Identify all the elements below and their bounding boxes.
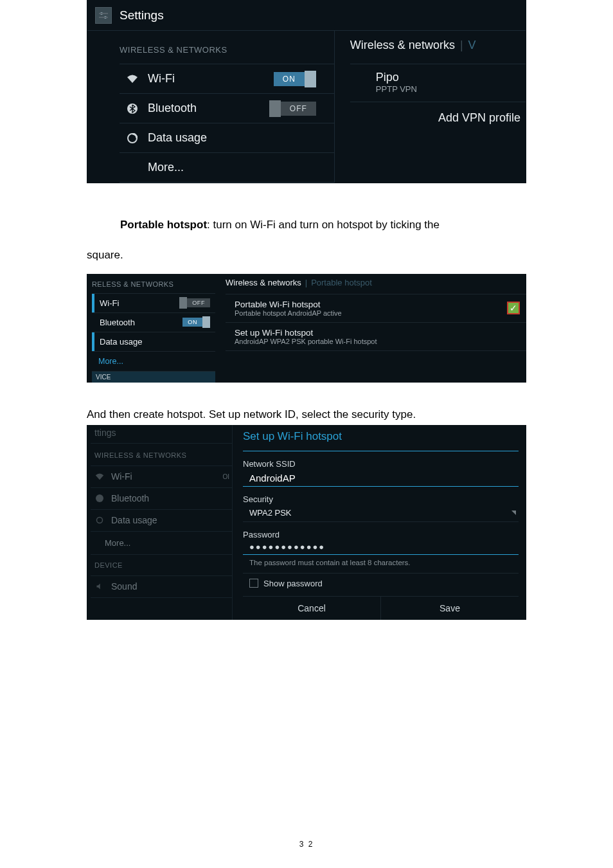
right-panel: Wireless & networks | V Pipo PPTP VPN Ad… — [334, 31, 526, 183]
security-select[interactable]: WPA2 PSK — [243, 504, 519, 522]
settings-shot-3: ttings WIRELESS & NETWORKS Wi-Fi OI Blue… — [87, 425, 526, 620]
shot3-wifi-toggle-cut: OI — [222, 473, 232, 480]
shot2-item2-title: Set up Wi-Fi hotspot — [235, 328, 520, 338]
vpn-type: PPTP VPN — [376, 84, 526, 94]
more-label: More... — [148, 161, 316, 174]
para1-rest: : turn on Wi-Fi and turn on hotspot by t… — [207, 219, 440, 231]
svg-point-6 — [96, 494, 103, 502]
shot2-section-header: RELESS & NETWORKS — [92, 276, 215, 294]
shot2-item-setup-hotspot[interactable]: Set up Wi-Fi hotspot AndroidAP WPA2 PSK … — [226, 322, 526, 350]
shot3-device-header: DEVICE — [91, 555, 232, 576]
password-label: Password — [243, 530, 519, 539]
save-button[interactable]: Save — [381, 597, 519, 620]
shot3-row-bluetooth[interactable]: Bluetooth — [91, 488, 232, 510]
vpn-name: Pipo — [376, 71, 526, 84]
paragraph-1: Portable hotspot: turn on Wi-Fi and turn… — [87, 213, 526, 237]
spacer-icon — [126, 161, 139, 174]
shot3-left-panel: ttings WIRELESS & NETWORKS Wi-Fi OI Blue… — [87, 425, 232, 620]
shot2-left-panel: RELESS & NETWORKS Wi-Fi OFF Bluetooth ON… — [87, 274, 215, 383]
titlebar: Settings — [87, 1, 526, 31]
shot3-more[interactable]: More... — [91, 532, 232, 555]
shot2-bluetooth-label: Bluetooth — [94, 318, 182, 327]
settings-shot-2: RELESS & NETWORKS Wi-Fi OFF Bluetooth ON… — [87, 274, 526, 383]
shot3-title-cut: ttings — [91, 426, 232, 444]
shot3-row-datausage[interactable]: Data usage — [91, 510, 232, 532]
shot3-dialog: Set up Wi-Fi hotspot Network SSID Androi… — [232, 425, 526, 620]
shot3-row-wifi[interactable]: Wi-Fi OI — [91, 466, 232, 488]
breadcrumb: Wireless & networks | V — [350, 39, 526, 64]
shot2-item2-sub: AndroidAP WPA2 PSK portable Wi-Fi hotspo… — [235, 338, 520, 345]
dropdown-icon — [511, 511, 516, 515]
shot2-item-portable-hotspot[interactable]: Portable Wi-Fi hotspot Portable hotspot … — [226, 294, 526, 322]
svg-point-7 — [97, 518, 103, 523]
shot2-crumb-a: Wireless & networks — [226, 278, 301, 287]
shot2-breadcrumb: Wireless & networks | Portable hotspot — [226, 278, 526, 294]
shot3-section-header: WIRELESS & NETWORKS — [91, 444, 232, 466]
shot2-row-wifi[interactable]: Wi-Fi OFF — [92, 294, 215, 313]
shot2-spacer — [226, 350, 526, 367]
dialog-title: Set up Wi-Fi hotspot — [243, 428, 519, 451]
settings-app-icon — [95, 7, 112, 24]
wifi-label: Wi-Fi — [148, 72, 274, 86]
security-value: WPA2 PSK — [249, 508, 292, 518]
shot3-wifi-label: Wi-Fi — [111, 471, 132, 482]
hotspot-checkbox-checked[interactable]: ✓ — [507, 302, 520, 314]
bluetooth-toggle[interactable]: OFF — [269, 100, 316, 117]
bluetooth-icon — [126, 102, 139, 115]
password-input[interactable]: ●●●●●●●●●●●● — [243, 539, 519, 555]
shot2-wifi-label: Wi-Fi — [94, 298, 179, 308]
show-password-checkbox[interactable] — [249, 579, 258, 588]
row-wifi[interactable]: Wi-Fi ON — [120, 64, 334, 94]
paragraph-1b: square. — [87, 243, 526, 267]
left-panel: WIRELESS & NETWORKS Wi-Fi ON Bluetooth O… — [87, 31, 334, 183]
shot2-bluetooth-toggle[interactable]: ON — [182, 316, 210, 328]
password-hint: The password must contain at least 8 cha… — [243, 555, 519, 574]
shot2-right-panel: Wireless & networks | Portable hotspot P… — [215, 274, 526, 383]
page-number: 3 2 — [0, 840, 613, 849]
datausage-icon — [94, 515, 105, 525]
breadcrumb-separator: | — [460, 39, 463, 52]
para1-bold: Portable hotspot — [120, 219, 207, 231]
vpn-item[interactable]: Pipo PPTP VPN — [350, 64, 526, 102]
wifi-toggle[interactable]: ON — [274, 71, 316, 87]
cancel-button[interactable]: Cancel — [243, 597, 381, 620]
shot3-row-sound[interactable]: Sound — [91, 576, 232, 598]
shot2-wifi-toggle[interactable]: OFF — [179, 297, 210, 309]
row-datausage[interactable]: Data usage — [120, 123, 334, 153]
app-title: Settings — [120, 8, 164, 23]
section-header-wireless: WIRELESS & NETWORKS — [120, 39, 334, 64]
datausage-icon — [126, 132, 139, 145]
shot2-row-datausage[interactable]: Data usage — [92, 332, 215, 352]
shot2-crumb-b: Portable hotspot — [311, 278, 372, 287]
security-label: Security — [243, 494, 519, 504]
datausage-label: Data usage — [148, 131, 316, 145]
svg-rect-2 — [99, 13, 108, 14]
shot2-item1-title: Portable Wi-Fi hotspot — [235, 300, 520, 309]
shot3-bluetooth-label: Bluetooth — [111, 493, 149, 503]
bluetooth-label: Bluetooth — [148, 102, 269, 115]
sound-icon — [94, 581, 105, 592]
row-bluetooth[interactable]: Bluetooth OFF — [120, 94, 334, 123]
bluetooth-icon — [94, 493, 105, 503]
shot3-datausage-label: Data usage — [111, 515, 157, 525]
shot2-datausage-label: Data usage — [94, 337, 210, 347]
svg-rect-3 — [99, 17, 108, 18]
wifi-icon — [126, 73, 139, 86]
shot2-device-header-cut: VICE — [92, 372, 215, 383]
shot2-more[interactable]: More... — [92, 352, 215, 372]
wifi-icon — [94, 471, 105, 482]
show-password-row[interactable]: Show password — [243, 574, 519, 597]
row-more[interactable]: More... — [120, 153, 334, 183]
shot3-sound-label: Sound — [111, 581, 137, 592]
add-vpn-profile[interactable]: Add VPN profile — [350, 102, 526, 134]
ssid-input[interactable]: AndroidAP — [243, 470, 519, 487]
breadcrumb-text: Wireless & networks — [350, 39, 455, 52]
shot2-item1-sub: Portable hotspot AndroidAP active — [235, 309, 520, 317]
shot2-row-bluetooth[interactable]: Bluetooth ON — [92, 313, 215, 332]
show-password-label: Show password — [263, 579, 323, 588]
breadcrumb-cut: V — [468, 39, 476, 52]
paragraph-2: And then create hotspot. Set up network … — [87, 408, 526, 421]
settings-shot-1: Settings WIRELESS & NETWORKS Wi-Fi ON Bl… — [87, 0, 526, 183]
ssid-label: Network SSID — [243, 459, 519, 469]
